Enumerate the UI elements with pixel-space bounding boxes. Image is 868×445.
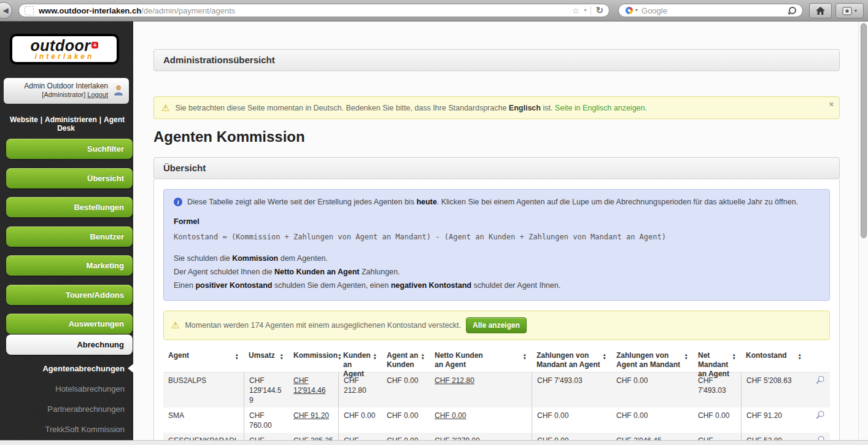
cell-zahlungen_agent_an_mandant: CHF 0.00 (611, 373, 693, 408)
sidebar-item-touren-addons[interactable]: Touren/Addons (6, 285, 133, 305)
column-header-agent_an_kunden[interactable]: Agent an Kunden▲▼ (382, 347, 430, 372)
sort-icon[interactable]: ▲▼ (235, 353, 239, 360)
user-avatar-icon (112, 84, 125, 96)
admin-user-role: [Administrator] Logout (9, 91, 108, 98)
sidebar-item-benutzer[interactable]: Benutzer (6, 226, 133, 247)
cell-zahlungen_mandant_an_agent: CHF 7'493.03 (532, 373, 611, 408)
search-placeholder: Google (641, 6, 667, 15)
cell-kommission: CHF 12'914.46 (289, 373, 338, 408)
vertical-scrollbar-thumb[interactable] (861, 23, 867, 238)
column-header-agent[interactable]: Agent▲▼ (163, 347, 244, 372)
sidebar-item-uebersicht[interactable]: Übersicht (6, 168, 133, 188)
section-header-uebersicht: Übersicht (153, 157, 840, 179)
info-icon: i (174, 198, 182, 206)
logo-text-bottom: interlaken (12, 53, 117, 61)
netto_kunden_an_agent-link[interactable]: CHF 212.80 (435, 376, 475, 385)
search-input[interactable]: ▾ Google (618, 4, 803, 17)
chevron-down-icon: ▾ (854, 8, 857, 14)
sort-icon[interactable]: ▲▼ (732, 353, 736, 360)
admin-user-name: Admin Outdoor Interlaken (9, 82, 108, 90)
sort-icon[interactable]: ▲▼ (280, 353, 284, 360)
bookmark-star-icon[interactable]: ☆ (572, 6, 580, 15)
bookmarks-button[interactable]: ▾ (835, 3, 864, 18)
back-button[interactable]: ◀ (0, 2, 12, 19)
sidebar-item-bestellungen[interactable]: Bestellungen (6, 197, 133, 217)
info-intro-text: Diese Tabelle zeigt alle Werte seit der … (187, 196, 798, 208)
separator: | (99, 115, 101, 124)
cell-umsatz: CHF 129'144.59 (244, 373, 289, 408)
sidebar-item-hotelsabrechungen[interactable]: Hotelsabrechungen (0, 379, 133, 399)
column-header-kunden_an_agent[interactable]: Kunden an Agent▲▼ (338, 347, 382, 372)
divider (591, 6, 591, 15)
column-header-netto_kunden_an_agent[interactable]: Netto Kunden an Agent▲▼ (430, 347, 532, 372)
cell-agent: SMA (163, 408, 244, 433)
home-button[interactable] (809, 3, 832, 18)
sort-icon[interactable]: ▲▼ (373, 353, 377, 360)
column-header-kontostand[interactable]: Kontostand▲▼ (741, 347, 807, 372)
kommission-link[interactable]: CHF 12'914.46 (293, 376, 325, 395)
sidebar-item-marketing[interactable]: Marketing (6, 255, 133, 276)
open-periods-button[interactable] (807, 408, 830, 433)
cell-netto_kunden_an_agent: CHF 0.00 (430, 408, 532, 433)
show-all-button[interactable]: Alle anzeigen (466, 317, 527, 333)
sidebar-item-abrechnung[interactable]: Abrechnung (6, 335, 133, 355)
column-header-zahlungen_agent_an_mandant[interactable]: Zahlungen von Agent an Mandant▲▼ (611, 347, 693, 372)
column-header-net_mandant_an_agent[interactable]: Net Mandant an Agent▲▼ (693, 347, 741, 372)
chevron-down-icon[interactable]: ▾ (584, 8, 586, 13)
info-box: i Diese Tabelle zeigt alle Werte seit de… (163, 189, 830, 301)
sort-icon[interactable]: ▲▼ (523, 353, 527, 360)
search-icon[interactable] (789, 7, 796, 14)
url-bar-icons: ☆ ▾ ↻ (572, 5, 603, 16)
overview-panel: i Diese Tabelle zeigt alle Werte seit de… (153, 179, 840, 445)
cell-agent_an_kunden: CHF 0.00 (382, 373, 430, 408)
kommission-link[interactable]: CHF 91.20 (293, 411, 329, 420)
close-icon[interactable]: × (829, 99, 834, 109)
warning-icon: ⚠ (171, 320, 179, 331)
back-icon: ◀ (2, 6, 8, 15)
netto_kunden_an_agent-link[interactable]: CHF 0.00 (435, 411, 466, 420)
cell-net_mandant_an_agent: CHF 0.00 (693, 408, 741, 433)
sidebar-item-auswertungen[interactable]: Auswertungen (6, 314, 133, 334)
url-bar[interactable]: www.outdoor-interlaken.ch/de/admin/payme… (18, 4, 610, 17)
cell-kontostand: CHF 5'208.63 (741, 373, 807, 408)
sort-icon[interactable]: ▲▼ (603, 353, 606, 360)
sidebar-item-trekksoft-kommission[interactable]: TrekkSoft Kommission (0, 419, 133, 439)
browser-toolbar: ◀ www.outdoor-interlaken.ch/de/admin/pay… (0, 0, 868, 21)
table-body: BUS2ALPSCHF 129'144.59CHF 12'914.46CHF 2… (163, 373, 830, 445)
sort-icon[interactable]: ▲▼ (684, 353, 688, 360)
bookmarks-icon (842, 7, 852, 15)
home-icon (816, 7, 825, 15)
column-header-label: Agent (168, 351, 189, 360)
sidebar-item-partnerabrechnungen[interactable]: Partnerabrechnungen (0, 399, 133, 419)
sidebar-item-suchfilter[interactable]: Suchfilter (6, 139, 133, 159)
info-line-2: Der Agent schuldet Ihnen die Netto Kunde… (174, 265, 820, 279)
link-administrieren[interactable]: Administrieren (45, 115, 97, 124)
column-header-label: Zahlungen von Agent an Mandant (616, 351, 684, 370)
column-header-zahlungen_mandant_an_agent[interactable]: Zahlungen von Mandant an Agent▲▼ (532, 347, 611, 372)
logout-link[interactable]: Logout (87, 91, 108, 98)
window-bottom-edge (0, 440, 868, 445)
column-header-label: Umsatz (249, 351, 275, 360)
info-line-3: Einen positiver Kontostand schulden Sie … (174, 279, 820, 292)
google-logo-icon (625, 6, 634, 15)
magnifier-icon (815, 410, 825, 420)
browser-window: ◀ www.outdoor-interlaken.ch/de/admin/pay… (0, 0, 868, 445)
company-logo[interactable]: outdoor+ interlaken (10, 34, 119, 64)
agents-commission-table: Agent▲▼Umsatz▲▼Kommission▲▼Kunden an Age… (163, 347, 830, 445)
column-header-kommission[interactable]: Kommission▲▼ (289, 347, 338, 372)
url-text: www.outdoor-interlaken.ch/de/admin/payme… (39, 6, 235, 15)
reload-icon[interactable]: ↻ (595, 5, 603, 16)
formula-text: Kontostand = (Kommission + Zahlungen von… (174, 231, 820, 243)
swiss-cross-icon: + (91, 42, 98, 48)
sort-icon[interactable]: ▲▼ (421, 353, 425, 360)
active-item-arrow-icon (128, 364, 133, 373)
cell-kunden_an_agent: CHF 212.80 (338, 373, 382, 408)
link-website[interactable]: Website (10, 115, 38, 124)
chevron-down-icon[interactable]: ▾ (635, 8, 638, 13)
column-header-umsatz[interactable]: Umsatz▲▼ (244, 347, 289, 372)
sort-icon[interactable]: ▲▼ (798, 353, 802, 360)
open-periods-button[interactable] (807, 373, 830, 408)
table-row-sma: SMACHF 760.00CHF 91.20CHF 0.00CHF 0.00CH… (163, 408, 830, 433)
sidebar-item-agentenabrechungen[interactable]: Agentenabrechungen (0, 358, 133, 379)
show-in-english-link[interactable]: Seite in Englisch anzeigen. (555, 104, 647, 112)
